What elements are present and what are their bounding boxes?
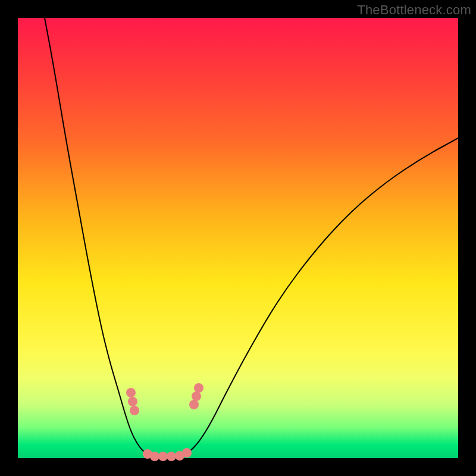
curve-left [45, 18, 152, 455]
marker-dot [150, 452, 159, 461]
marker-dot [194, 383, 203, 393]
chart-svg [18, 18, 458, 458]
marker-dot [126, 388, 136, 397]
watermark-text: TheBottleneck.com [357, 2, 471, 18]
plot-area [18, 18, 458, 458]
marker-dot [192, 392, 201, 401]
marker-dot [158, 452, 168, 461]
marker-dot [128, 397, 137, 406]
marker-dot [130, 406, 139, 415]
marker-dot [189, 400, 199, 409]
marker-dot [182, 448, 192, 458]
marker-dot [167, 452, 176, 461]
curve-right [183, 138, 458, 455]
